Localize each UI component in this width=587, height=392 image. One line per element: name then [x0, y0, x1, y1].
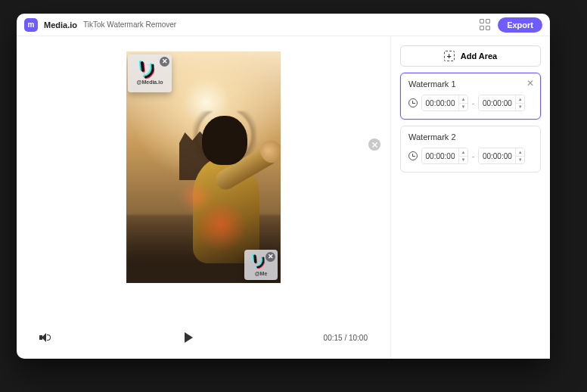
clock-icon: [408, 151, 418, 160]
watermark-handle: @Me: [255, 271, 268, 276]
stepper-up-icon[interactable]: ▲: [459, 95, 467, 104]
watermark-region-2[interactable]: ✕ @Me: [244, 250, 278, 280]
video-viewport: ✕ @Media.io ✕: [39, 51, 368, 316]
stepper-down-icon[interactable]: ▼: [516, 104, 524, 111]
stepper-up-icon[interactable]: ▲: [516, 148, 524, 157]
range-dash: -: [472, 152, 474, 160]
start-time-input[interactable]: [422, 148, 458, 163]
tiktok-icon: [254, 256, 268, 269]
add-area-icon: [444, 51, 455, 61]
start-time-field[interactable]: ▲ ▼: [421, 95, 468, 111]
stepper-down-icon[interactable]: ▼: [516, 157, 524, 164]
end-time-input[interactable]: [479, 148, 515, 163]
clear-selection-icon[interactable]: [368, 138, 380, 151]
side-panel: Add Area ✕ Watermark 1 ▲ ▼ -: [391, 36, 550, 359]
stepper-up-icon[interactable]: ▲: [459, 148, 467, 157]
timecode: 00:15 / 10:00: [324, 334, 368, 342]
watermark-card-2[interactable]: Watermark 2 ▲ ▼ - ▲: [400, 126, 541, 173]
brand-name: Media.io: [44, 20, 77, 30]
app-window: m Media.io TikTok Watermark Remover Expo…: [17, 14, 550, 359]
main-area: ✕ @Media.io ✕: [17, 36, 550, 359]
add-area-label: Add Area: [461, 51, 498, 61]
range-dash: -: [472, 99, 474, 107]
stepper-up-icon[interactable]: ▲: [516, 95, 524, 104]
end-time-field[interactable]: ▲ ▼: [478, 95, 525, 111]
apps-grid-icon[interactable]: [480, 19, 492, 31]
close-icon[interactable]: ✕: [160, 57, 169, 67]
end-time-input[interactable]: [479, 95, 515, 110]
time-stepper[interactable]: ▲ ▼: [515, 95, 524, 110]
watermark-region-1[interactable]: ✕ @Media.io: [128, 54, 172, 92]
stepper-down-icon[interactable]: ▼: [459, 157, 467, 164]
watermark-card-title: Watermark 1: [408, 79, 533, 89]
stepper-down-icon[interactable]: ▼: [459, 104, 467, 111]
watermark-card-title: Watermark 2: [408, 132, 533, 142]
close-icon[interactable]: ✕: [525, 78, 536, 89]
time-range-row: ▲ ▼ - ▲ ▼: [408, 95, 533, 111]
watermark-card-1[interactable]: ✕ Watermark 1 ▲ ▼ - ▲: [400, 73, 541, 120]
player-controls: 00:15 / 10:00: [39, 324, 368, 351]
end-time-field[interactable]: ▲ ▼: [478, 148, 525, 164]
start-time-field[interactable]: ▲ ▼: [421, 148, 468, 164]
tiktok-icon: [141, 63, 158, 79]
time-stepper[interactable]: ▲ ▼: [458, 148, 467, 163]
time-range-row: ▲ ▼ - ▲ ▼: [408, 148, 533, 164]
time-total: 10:00: [349, 334, 368, 342]
time-stepper[interactable]: ▲ ▼: [515, 148, 524, 163]
start-time-input[interactable]: [422, 95, 458, 110]
export-button[interactable]: Export: [498, 17, 542, 33]
video-frame[interactable]: ✕ @Media.io ✕: [126, 51, 281, 283]
add-area-button[interactable]: Add Area: [400, 45, 541, 67]
time-stepper[interactable]: ▲ ▼: [458, 95, 467, 110]
volume-icon[interactable]: [39, 332, 54, 343]
watermark-handle: @Media.io: [137, 79, 163, 85]
play-button[interactable]: [185, 332, 193, 343]
time-current: 00:15: [324, 334, 343, 342]
preview-pane: ✕ @Media.io ✕: [17, 36, 391, 359]
clock-icon: [408, 98, 418, 107]
header-bar: m Media.io TikTok Watermark Remover Expo…: [17, 14, 550, 36]
brand-logo: m: [24, 18, 38, 32]
page-title: TikTok Watermark Remover: [83, 20, 176, 29]
